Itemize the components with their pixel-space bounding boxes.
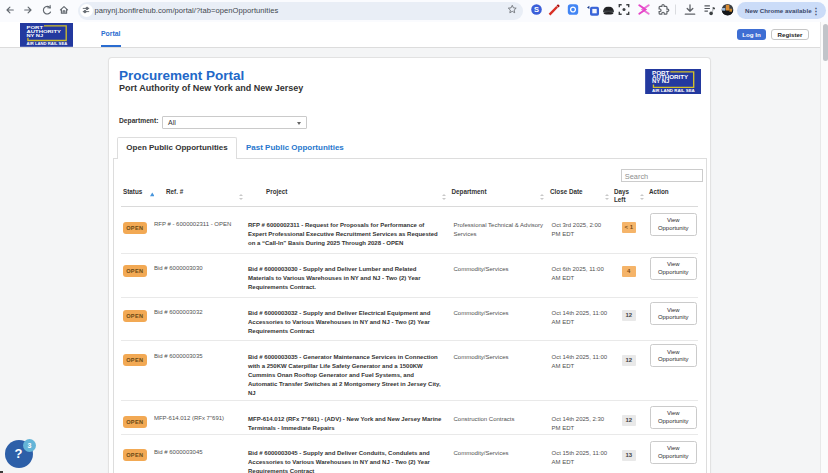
svg-text:AIR LAND RAIL SEA: AIR LAND RAIL SEA xyxy=(26,42,68,46)
svg-text:NY NJ: NY NJ xyxy=(652,79,670,84)
svg-text:AIR LAND RAIL SEA: AIR LAND RAIL SEA xyxy=(652,89,695,93)
svg-text:NY NJ: NY NJ xyxy=(26,33,43,38)
svg-text:S: S xyxy=(534,5,539,14)
